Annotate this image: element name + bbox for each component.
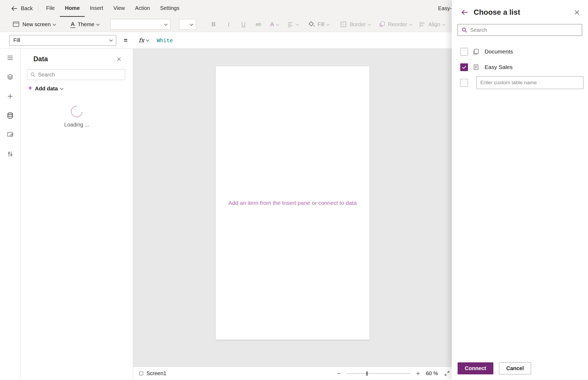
chevron-down-icon: [146, 38, 149, 42]
paint-bucket-icon: [308, 21, 315, 28]
border-icon: [340, 21, 347, 28]
italic-button[interactable]: I: [224, 21, 233, 28]
bold-button[interactable]: B: [209, 21, 218, 28]
insert-pane-link[interactable]: Add an item from the Insert pane: [228, 200, 310, 206]
loading-label: Loading ...: [21, 122, 133, 128]
screen-selector[interactable]: Screen1: [139, 367, 167, 380]
chevron-down-icon: [96, 22, 100, 26]
border-label: Border: [350, 21, 366, 28]
search-icon: [30, 72, 36, 78]
document-library-icon: [473, 48, 479, 55]
plus-icon: +: [28, 85, 32, 92]
zoom-controls: − + 60 %: [337, 367, 450, 380]
list-item-easy-sales[interactable]: Easy Sales: [452, 59, 588, 75]
checkbox-custom-table[interactable]: [460, 79, 468, 87]
data-search-input[interactable]: [38, 72, 122, 78]
reorder-icon: [378, 21, 386, 28]
reorder-button[interactable]: Reorder: [378, 21, 412, 28]
reorder-label: Reorder: [388, 21, 407, 28]
chevron-down-icon: [190, 22, 193, 26]
fill-button[interactable]: Fill: [308, 21, 329, 28]
font-family-select[interactable]: [110, 19, 171, 30]
data-sources-icon[interactable]: [4, 109, 17, 122]
list-item-label: Documents: [485, 48, 513, 55]
formula-input[interactable]: White: [157, 37, 173, 44]
equals-sign: =: [124, 37, 127, 44]
menu-item-file[interactable]: File: [41, 0, 60, 17]
empty-screen-hint: Add an item from the Insert paneorconnec…: [216, 200, 369, 206]
theme-button[interactable]: A Theme: [70, 21, 99, 28]
connect-to-data-link[interactable]: connect to data: [318, 200, 357, 206]
data-panel: Data + Add data Loading ...: [21, 49, 133, 380]
font-color-button[interactable]: A: [270, 21, 279, 28]
custom-table-name-input[interactable]: [476, 76, 583, 89]
theme-icon: A: [70, 21, 75, 28]
chevron-down-icon: [109, 38, 113, 42]
chevron-down-icon: [442, 22, 446, 26]
checkbox-easy-sales[interactable]: [460, 63, 468, 71]
advanced-tools-icon[interactable]: [4, 148, 17, 160]
add-data-button[interactable]: + Add data: [28, 85, 133, 92]
panel-close-icon[interactable]: [574, 9, 580, 16]
menu-item-home[interactable]: Home: [60, 0, 85, 17]
menu-item-settings[interactable]: Settings: [155, 0, 184, 17]
zoom-in-icon[interactable]: +: [416, 370, 420, 377]
back-button[interactable]: Back: [0, 0, 38, 17]
cancel-button[interactable]: Cancel: [499, 362, 531, 374]
chevron-down-icon: [409, 22, 413, 26]
fx-icon: fx: [139, 37, 144, 44]
screen-thumbnail-icon: [139, 371, 144, 376]
custom-table-row: [452, 75, 588, 90]
list-icon: [473, 64, 479, 71]
list-search-box: [458, 24, 582, 36]
menu-item-insert[interactable]: Insert: [85, 0, 108, 17]
align-label: Align: [428, 21, 440, 28]
strikethrough-button[interactable]: ab: [254, 21, 263, 27]
insert-plus-icon[interactable]: [4, 90, 17, 103]
chevron-down-icon: [296, 22, 299, 26]
panel-back-icon[interactable]: [461, 9, 468, 16]
align-button[interactable]: Align: [419, 21, 445, 28]
menu-divider: [38, 5, 38, 12]
fill-label: Fill: [318, 21, 324, 28]
zoom-slider[interactable]: [347, 371, 410, 376]
list-item-documents[interactable]: Documents: [452, 44, 588, 59]
tree-view-icon[interactable]: [4, 71, 17, 83]
zoom-out-icon[interactable]: −: [337, 370, 341, 377]
menu-item-view[interactable]: View: [108, 0, 130, 17]
screen-canvas[interactable]: Add an item from the Insert paneorconnec…: [216, 66, 369, 340]
new-screen-button[interactable]: New screen: [12, 20, 56, 28]
hamburger-menu-icon[interactable]: [4, 51, 17, 64]
chevron-down-icon: [164, 22, 168, 26]
connect-button[interactable]: Connect: [458, 362, 493, 374]
font-size-select[interactable]: [179, 19, 196, 30]
list-item-label: Easy Sales: [485, 64, 513, 70]
data-search-box: [27, 69, 125, 80]
chevron-down-icon: [326, 22, 330, 26]
checkbox-documents[interactable]: [460, 48, 468, 56]
zoom-slider-thumb[interactable]: [366, 371, 368, 376]
text-align-button[interactable]: [287, 21, 299, 28]
fit-to-window-icon[interactable]: [444, 370, 450, 377]
data-panel-close-icon[interactable]: [116, 56, 122, 62]
data-panel-title: Data: [33, 55, 48, 63]
back-arrow-icon: [11, 5, 18, 12]
border-button[interactable]: Border: [340, 21, 370, 28]
theme-label: Theme: [78, 21, 94, 28]
property-selector[interactable]: Fill: [9, 35, 116, 46]
chevron-down-icon: [53, 22, 56, 26]
zoom-percentage: 60 %: [426, 370, 438, 377]
chevron-down-icon: [276, 22, 279, 26]
choose-list-panel: Choose a list Documents Easy Sales: [452, 0, 588, 380]
list-search-input[interactable]: [470, 27, 579, 33]
text-align-icon: [287, 21, 294, 28]
media-icon[interactable]: [4, 128, 17, 141]
fx-dropdown[interactable]: fx: [139, 37, 149, 44]
menu-item-action[interactable]: Action: [130, 0, 155, 17]
chevron-down-icon: [368, 22, 371, 26]
underline-button[interactable]: U: [239, 21, 248, 28]
list-options: Documents Easy Sales: [452, 44, 588, 90]
add-data-label: Add data: [35, 86, 58, 92]
back-label: Back: [21, 5, 33, 11]
hint-connector: or: [312, 200, 317, 206]
